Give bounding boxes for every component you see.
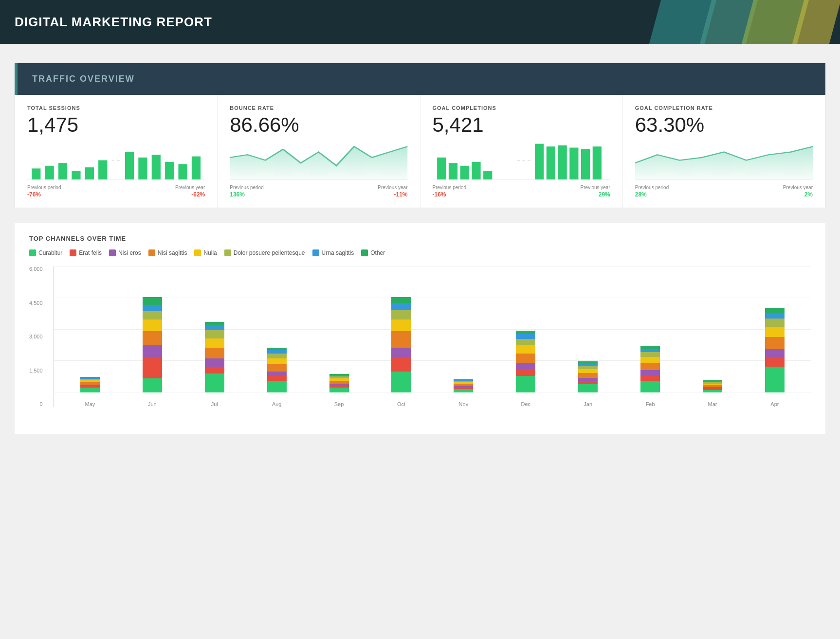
metric-footer-2: Previous period -16% Previous year 29% <box>433 185 610 198</box>
bar-group <box>200 322 229 392</box>
legend-dot <box>361 249 368 256</box>
bar-segment <box>578 384 598 392</box>
bar-segment <box>205 338 224 348</box>
channels-title: TOP CHANNELS OVER TIME <box>29 235 811 242</box>
main-content: TRAFFIC OVERVIEW TOTAL SESSIONS 1,475 <box>0 44 840 448</box>
bar-segment <box>143 311 162 320</box>
bar-segment <box>765 308 785 313</box>
bar-segment <box>703 390 722 392</box>
svg-rect-8 <box>152 155 161 179</box>
legend-label: Urna sagittis <box>322 249 354 256</box>
svg-rect-17 <box>483 171 492 179</box>
x-axis-label: Jun <box>138 401 167 407</box>
bar-segment <box>80 388 100 392</box>
x-axis-label: Apr <box>760 401 789 407</box>
y-axis-label: 4,500 <box>29 300 43 306</box>
x-axis-label: Oct <box>386 401 416 407</box>
svg-rect-4 <box>85 167 94 179</box>
bar-segment <box>267 364 287 372</box>
metric-label-2: GOAL COMPLETIONS <box>433 105 610 111</box>
metric-chart-1 <box>230 141 407 180</box>
metric-label-0: TOTAL SESSIONS <box>27 105 205 111</box>
svg-rect-0 <box>32 168 40 179</box>
bar-group <box>138 297 167 392</box>
legend-label: Curabitur <box>38 249 62 256</box>
legend-label: Nisi sagittis <box>158 249 187 256</box>
legend-dot <box>312 249 319 256</box>
x-axis-label: Nov <box>449 401 478 407</box>
svg-rect-10 <box>178 164 187 179</box>
svg-rect-21 <box>569 148 578 179</box>
channels-legend: CurabiturErat felisNisi erosNisi sagitti… <box>29 249 811 256</box>
bar-segment <box>143 378 162 392</box>
bar-segment <box>516 354 535 363</box>
svg-rect-18 <box>535 144 544 179</box>
x-axis-label: Feb <box>636 401 665 407</box>
channels-section: TOP CHANNELS OVER TIME CurabiturErat fel… <box>15 223 825 434</box>
metric-chart-3 <box>635 141 813 180</box>
bar-segment <box>516 376 535 392</box>
page-header: DIGITAL MARKETING REPORT <box>0 0 840 44</box>
legend-label: Erat felis <box>79 249 102 256</box>
bar-segment <box>765 313 785 319</box>
bar-segment <box>267 376 287 381</box>
bar-segment <box>578 366 598 369</box>
svg-rect-13 <box>437 158 446 179</box>
bar-segment <box>640 370 660 375</box>
bar-segment <box>516 369 535 376</box>
bar-segment <box>516 334 535 339</box>
stacked-bar <box>329 374 349 392</box>
bar-group <box>511 331 540 392</box>
metric-value-3: 63.30% <box>635 115 813 135</box>
bar-segment <box>516 331 535 334</box>
bar-segment <box>640 352 660 357</box>
stacked-bar <box>391 297 411 392</box>
metric-total-sessions: TOTAL SESSIONS 1,475 <box>15 95 218 208</box>
bar-segment <box>205 367 224 374</box>
bar-segment <box>640 349 660 352</box>
bar-segment <box>765 327 785 337</box>
legend-label: Nisi eros <box>118 249 141 256</box>
bar-group <box>760 308 789 392</box>
bar-segment <box>143 305 162 312</box>
bar-segment <box>391 357 411 372</box>
stacked-bar <box>80 377 100 392</box>
legend-dot <box>109 249 116 256</box>
metric-footer-1: Previous period 136% Previous year -11% <box>230 185 407 198</box>
bar-group <box>449 379 478 392</box>
legend-item: Urna sagittis <box>312 249 354 256</box>
metrics-row: TOTAL SESSIONS 1,475 <box>15 95 825 208</box>
bar-segment <box>391 331 411 348</box>
legend-dot <box>194 249 201 256</box>
bar-group <box>698 380 727 392</box>
bar-segment <box>143 331 162 345</box>
bar-segment <box>205 330 224 338</box>
bar-group <box>75 377 105 392</box>
y-axis-label: 0 <box>39 401 42 407</box>
legend-dot <box>29 249 36 256</box>
metric-goal-rate: GOAL COMPLETION RATE 63.30% Previous <box>623 95 825 208</box>
bar-segment <box>267 350 287 354</box>
stacked-bar <box>205 322 224 392</box>
x-axis-label: Mar <box>698 401 727 407</box>
legend-dot <box>148 249 155 256</box>
traffic-overview-header: TRAFFIC OVERVIEW <box>15 63 825 95</box>
svg-rect-22 <box>581 149 589 179</box>
bar-segment <box>391 320 411 331</box>
bar-segment <box>267 354 287 358</box>
svg-rect-3 <box>72 171 80 179</box>
metric-bounce-rate: BOUNCE RATE 86.66% Previous period <box>218 95 420 208</box>
bar-group <box>636 346 665 392</box>
bar-segment <box>765 349 785 357</box>
header-decoration <box>645 0 840 44</box>
bar-segment <box>454 389 473 392</box>
bar-segment <box>267 381 287 392</box>
metric-label-3: GOAL COMPLETION RATE <box>635 105 813 111</box>
bar-segment <box>640 381 660 392</box>
bar-segment <box>578 373 598 378</box>
svg-rect-15 <box>460 166 469 179</box>
bar-segment <box>205 373 224 392</box>
bar-segment <box>391 372 411 393</box>
bar-segment <box>267 358 287 364</box>
x-axis-label: Sep <box>325 401 354 407</box>
